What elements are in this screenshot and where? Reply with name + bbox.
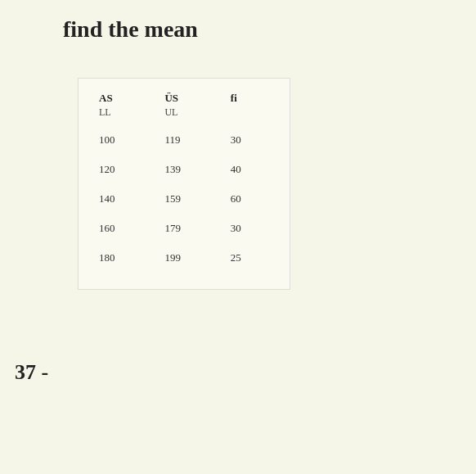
table-row: 10011930	[91, 125, 277, 155]
side-number: 37 -	[15, 360, 48, 385]
table-row: 14015960	[91, 184, 277, 214]
data-table-container: AS ÜS fi LL UL 1001193012013940140159601…	[78, 78, 290, 290]
table-cell-r2-c1: 159	[156, 184, 222, 214]
page-title: find the mean	[63, 16, 198, 43]
table-cell-r1-c0: 120	[91, 155, 156, 184]
table-row: 18019925	[91, 243, 277, 273]
col-subheader-empty	[222, 106, 277, 125]
table-cell-r1-c2: 40	[222, 155, 277, 184]
col-header-us: ÜS	[156, 87, 222, 106]
data-table: AS ÜS fi LL UL 1001193012013940140159601…	[91, 87, 277, 273]
table-cell-r0-c0: 100	[91, 125, 156, 155]
table-cell-r3-c2: 30	[222, 214, 277, 243]
table-cell-r4-c1: 199	[156, 243, 222, 273]
table-cell-r4-c2: 25	[222, 243, 277, 273]
table-cell-r2-c2: 60	[222, 184, 277, 214]
table-cell-r4-c0: 180	[91, 243, 156, 273]
table-cell-r1-c1: 139	[156, 155, 222, 184]
col-header-fi: fi	[222, 87, 277, 106]
table-cell-r3-c1: 179	[156, 214, 222, 243]
table-cell-r2-c0: 140	[91, 184, 156, 214]
table-cell-r0-c2: 30	[222, 125, 277, 155]
col-header-as: AS	[91, 87, 156, 106]
table-row: 12013940	[91, 155, 277, 184]
table-cell-r0-c1: 119	[156, 125, 222, 155]
col-subheader-ul: UL	[156, 106, 222, 125]
table-row: 16017930	[91, 214, 277, 243]
col-subheader-ll: LL	[91, 106, 156, 125]
table-cell-r3-c0: 160	[91, 214, 156, 243]
